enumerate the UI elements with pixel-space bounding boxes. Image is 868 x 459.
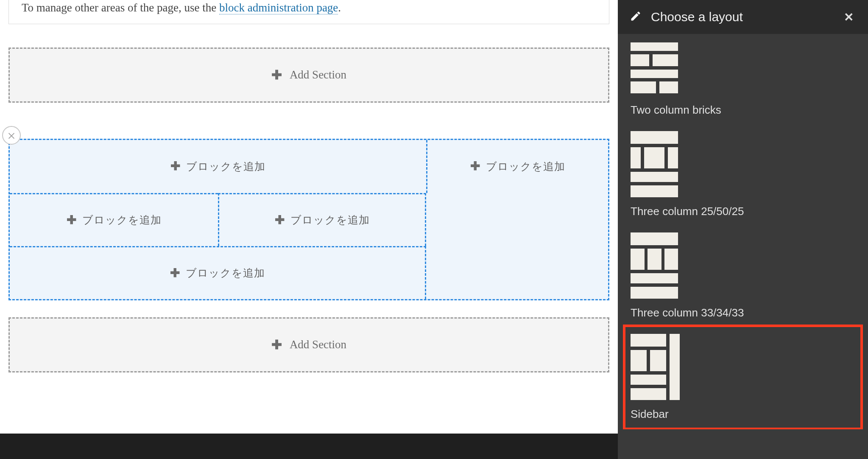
footer-bar [0, 434, 618, 459]
svg-rect-21 [670, 334, 680, 400]
svg-rect-8 [644, 147, 664, 168]
add-section-bottom[interactable]: ✚ Add Section [8, 317, 609, 372]
layout-label: Two column bricks [631, 104, 855, 117]
layout-option-three-33-34-33[interactable]: Three column 33/34/33 [631, 232, 855, 319]
svg-rect-2 [653, 54, 678, 66]
svg-rect-7 [631, 147, 641, 168]
layout-option-two-column-bricks[interactable]: Two column bricks [631, 42, 855, 117]
svg-rect-14 [648, 249, 661, 270]
add-block-region-mid-right[interactable]: ✚ ブロックを追加 [218, 193, 426, 246]
svg-rect-11 [631, 185, 678, 197]
add-section-top[interactable]: ✚ Add Section [8, 48, 609, 103]
panel-header: Choose a layout ✕ [618, 0, 868, 34]
svg-rect-12 [631, 232, 678, 245]
panel-title: Choose a layout [651, 10, 832, 24]
layout-list: Two column bricks Three column 25/50/25 [618, 34, 868, 429]
svg-rect-16 [631, 273, 678, 283]
svg-rect-4 [631, 81, 656, 93]
add-section-label: Add Section [290, 338, 346, 351]
svg-rect-0 [631, 42, 678, 51]
close-icon [7, 131, 16, 140]
remove-section-button[interactable] [2, 126, 21, 145]
plus-icon: ✚ [470, 160, 480, 172]
section-row-3: ✚ ブロックを追加 [10, 246, 426, 299]
plus-icon: ✚ [170, 160, 180, 172]
layout-canvas: To manage other areas of the page, use t… [0, 0, 618, 459]
add-block-region-top-main[interactable]: ✚ ブロックを追加 [10, 140, 426, 193]
panel-close-button[interactable]: ✕ [841, 8, 856, 27]
add-section-label: Add Section [290, 68, 346, 81]
svg-rect-19 [631, 350, 647, 371]
svg-rect-6 [631, 131, 678, 144]
layout-chooser-panel: Choose a layout ✕ Two column bricks [618, 0, 868, 459]
add-block-region-mid-left[interactable]: ✚ ブロックを追加 [10, 193, 218, 246]
svg-rect-15 [664, 249, 678, 270]
plus-icon: ✚ [170, 267, 180, 279]
info-text: To manage other areas of the page, use t… [22, 0, 596, 16]
layout-label: Sidebar [631, 408, 855, 421]
section-row-2: ✚ ブロックを追加 ✚ ブロックを追加 [10, 193, 426, 246]
layout-preview-icon [631, 131, 678, 197]
info-text-suffix: . [338, 1, 341, 14]
plus-icon: ✚ [271, 339, 282, 351]
layout-option-sidebar[interactable]: Sidebar [625, 326, 861, 428]
svg-rect-3 [631, 70, 678, 78]
svg-rect-5 [659, 81, 678, 93]
svg-rect-9 [668, 147, 678, 168]
svg-rect-23 [631, 388, 666, 400]
layout-preview-icon [631, 232, 678, 299]
pencil-icon [630, 10, 642, 24]
block-admin-link[interactable]: block administration page [219, 1, 338, 14]
add-block-region-sidebar[interactable]: ✚ ブロックを追加 [426, 140, 608, 193]
layout-preview-icon [631, 334, 680, 400]
add-block-label: ブロックを追加 [186, 266, 265, 280]
svg-rect-17 [631, 287, 678, 299]
plus-icon: ✚ [67, 214, 76, 226]
svg-rect-1 [631, 54, 649, 66]
layout-label: Three column 25/50/25 [631, 205, 855, 218]
plus-icon: ✚ [271, 69, 282, 81]
layout-preview-icon [631, 42, 678, 96]
svg-rect-10 [631, 172, 678, 182]
section-wrapper: ✚ ブロックを追加 ✚ ブロックを追加 ✚ ブロックを追加 ✚ [8, 139, 609, 300]
section-row-1: ✚ ブロックを追加 ✚ ブロックを追加 [10, 140, 608, 193]
add-block-region-bottom[interactable]: ✚ ブロックを追加 [10, 246, 426, 299]
plus-icon: ✚ [275, 214, 285, 226]
add-block-label: ブロックを追加 [82, 213, 162, 227]
add-block-label: ブロックを追加 [486, 160, 565, 174]
layout-label: Three column 33/34/33 [631, 306, 855, 319]
svg-rect-22 [631, 375, 666, 385]
active-section: ✚ ブロックを追加 ✚ ブロックを追加 ✚ ブロックを追加 ✚ [8, 139, 609, 300]
svg-rect-20 [650, 350, 666, 371]
svg-rect-18 [631, 334, 666, 347]
add-block-label: ブロックを追加 [186, 160, 265, 174]
info-banner: To manage other areas of the page, use t… [8, 0, 609, 24]
svg-rect-13 [631, 249, 645, 270]
add-block-label: ブロックを追加 [290, 213, 370, 227]
info-text-prefix: To manage other areas of the page, use t… [22, 1, 219, 14]
layout-option-three-25-50-25[interactable]: Three column 25/50/25 [631, 131, 855, 218]
